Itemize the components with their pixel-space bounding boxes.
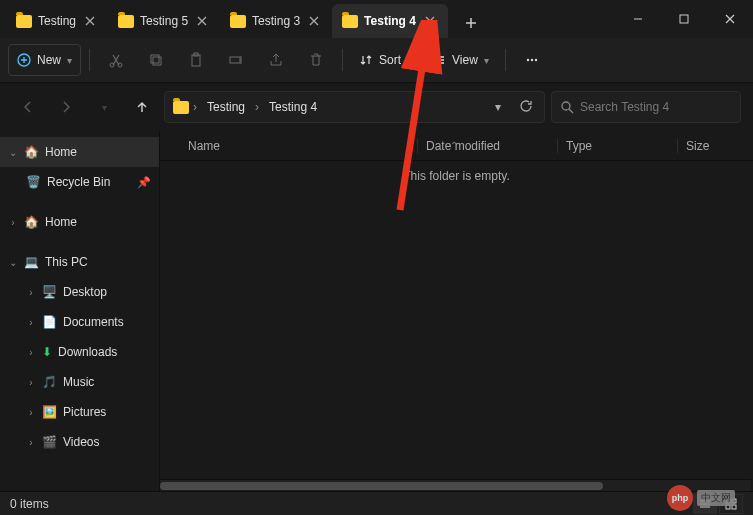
music-icon: 🎵	[42, 375, 57, 389]
chevron-down-icon[interactable]: ▾	[488, 100, 508, 114]
tab-label: Testing 3	[252, 14, 300, 28]
toolbar: New ▾ Sort ▾ View ▾	[0, 38, 753, 83]
watermark-text: 中文网	[697, 490, 735, 506]
breadcrumb-segment[interactable]: Testing	[201, 100, 251, 114]
back-button[interactable]	[12, 91, 44, 123]
chevron-down-icon[interactable]: ⌄	[8, 147, 18, 158]
sidebar-item-documents[interactable]: › 📄 Documents	[0, 307, 159, 337]
svg-point-10	[531, 59, 533, 61]
search-input[interactable]	[580, 100, 732, 114]
sidebar-item-recycle-bin[interactable]: 🗑️ Recycle Bin 📌	[0, 167, 159, 197]
separator	[89, 49, 90, 71]
pictures-icon: 🖼️	[42, 405, 57, 419]
close-icon[interactable]	[422, 13, 438, 29]
sidebar-label: Home	[45, 215, 77, 229]
maximize-button[interactable]	[661, 0, 707, 38]
search-box[interactable]	[551, 91, 741, 123]
folder-icon	[230, 15, 246, 28]
sort-button[interactable]: Sort ▾	[351, 44, 420, 76]
tab-testing-5[interactable]: Testing 5	[108, 4, 220, 38]
share-button[interactable]	[258, 44, 294, 76]
pin-icon[interactable]: 📌	[137, 176, 151, 189]
sidebar-item-videos[interactable]: › 🎬 Videos	[0, 427, 159, 457]
view-button[interactable]: View ▾	[424, 44, 497, 76]
folder-icon	[118, 15, 134, 28]
sidebar: ⌄ 🏠 Home 🗑️ Recycle Bin 📌 › 🏠 Home ⌄ 💻 T…	[0, 131, 160, 491]
separator	[505, 49, 506, 71]
chevron-right-icon[interactable]: ›	[26, 347, 36, 358]
sidebar-label: Desktop	[63, 285, 107, 299]
minimize-button[interactable]	[615, 0, 661, 38]
chevron-right-icon[interactable]: ›	[26, 437, 36, 448]
sidebar-item-downloads[interactable]: › ⬇ Downloads	[0, 337, 159, 367]
tab-testing-4[interactable]: Testing 4	[332, 4, 448, 38]
tab-label: Testing 5	[140, 14, 188, 28]
column-type[interactable]: Type	[557, 139, 677, 153]
new-button[interactable]: New ▾	[8, 44, 81, 76]
svg-point-9	[527, 59, 529, 61]
documents-icon: 📄	[42, 315, 57, 329]
close-icon[interactable]	[306, 13, 322, 29]
sidebar-label: Pictures	[63, 405, 106, 419]
column-headers: Name ⌃ Date modified Type Size	[160, 131, 753, 161]
sidebar-item-home[interactable]: ⌄ 🏠 Home	[0, 137, 159, 167]
tab-testing-3[interactable]: Testing 3	[220, 4, 332, 38]
sidebar-item-desktop[interactable]: › 🖥️ Desktop	[0, 277, 159, 307]
chevron-right-icon: ›	[193, 100, 197, 114]
sort-label: Sort	[379, 53, 401, 67]
sidebar-label: This PC	[45, 255, 88, 269]
sidebar-item-this-pc[interactable]: ⌄ 💻 This PC	[0, 247, 159, 277]
refresh-icon[interactable]	[516, 99, 536, 116]
home-icon: 🏠	[24, 145, 39, 159]
chevron-down-icon: ▾	[67, 55, 72, 66]
close-icon[interactable]	[194, 13, 210, 29]
sidebar-item-home-2[interactable]: › 🏠 Home	[0, 207, 159, 237]
column-label: Type	[566, 139, 592, 153]
chevron-down-icon: ▾	[407, 55, 412, 66]
folder-icon	[342, 15, 358, 28]
paste-button[interactable]	[178, 44, 214, 76]
scrollbar-thumb[interactable]	[160, 482, 603, 490]
sidebar-label: Recycle Bin	[47, 175, 110, 189]
close-window-button[interactable]	[707, 0, 753, 38]
cut-button[interactable]	[98, 44, 134, 76]
recent-dropdown[interactable]: ▾	[88, 91, 120, 123]
chevron-right-icon[interactable]: ›	[8, 217, 18, 228]
breadcrumb-segment[interactable]: Testing 4	[263, 100, 323, 114]
chevron-down-icon[interactable]: ⌄	[8, 257, 18, 268]
sidebar-label: Music	[63, 375, 94, 389]
column-size[interactable]: Size	[677, 139, 737, 153]
chevron-right-icon[interactable]: ›	[26, 287, 36, 298]
pc-icon: 💻	[24, 255, 39, 269]
videos-icon: 🎬	[42, 435, 57, 449]
svg-point-11	[535, 59, 537, 61]
title-bar: Testing Testing 5 Testing 3 Testing 4	[0, 0, 753, 38]
chevron-right-icon[interactable]: ›	[26, 377, 36, 388]
chevron-down-icon: ▾	[484, 55, 489, 66]
new-tab-button[interactable]	[454, 8, 488, 38]
forward-button[interactable]	[50, 91, 82, 123]
copy-button[interactable]	[138, 44, 174, 76]
delete-button[interactable]	[298, 44, 334, 76]
folder-icon	[16, 15, 32, 28]
close-icon[interactable]	[82, 13, 98, 29]
recycle-bin-icon: 🗑️	[26, 175, 41, 189]
sidebar-label: Videos	[63, 435, 99, 449]
sidebar-item-music[interactable]: › 🎵 Music	[0, 367, 159, 397]
chevron-right-icon[interactable]: ›	[26, 407, 36, 418]
empty-folder-message: This folder is empty.	[160, 161, 753, 479]
svg-rect-0	[680, 15, 688, 23]
sidebar-item-pictures[interactable]: › 🖼️ Pictures	[0, 397, 159, 427]
up-button[interactable]	[126, 91, 158, 123]
chevron-right-icon[interactable]: ›	[26, 317, 36, 328]
horizontal-scrollbar[interactable]	[160, 479, 751, 491]
window-controls	[615, 0, 753, 38]
tab-testing[interactable]: Testing	[6, 4, 108, 38]
column-date-modified[interactable]: Date modified	[417, 139, 557, 153]
rename-button[interactable]	[218, 44, 254, 76]
column-label: Size	[686, 139, 709, 153]
more-button[interactable]	[514, 44, 550, 76]
breadcrumb[interactable]: › Testing › Testing 4 ▾	[164, 91, 545, 123]
column-name[interactable]: Name	[176, 139, 417, 153]
new-label: New	[37, 53, 61, 67]
